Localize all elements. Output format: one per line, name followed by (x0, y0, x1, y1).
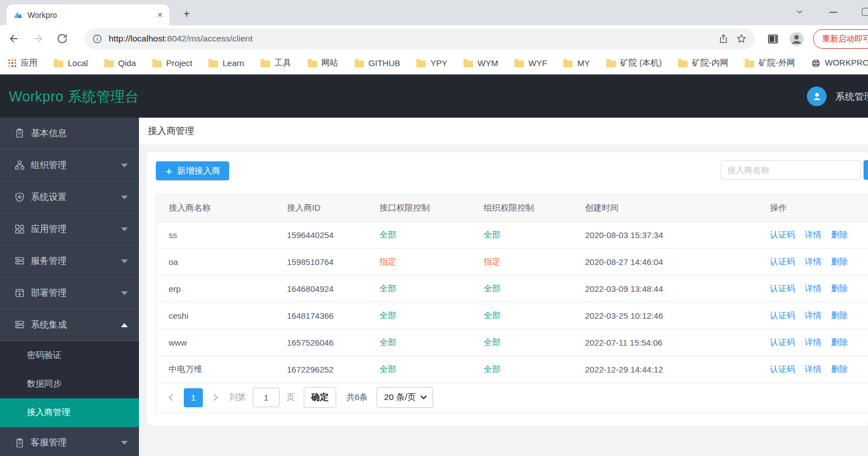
detail-link[interactable]: 详情 (805, 230, 821, 239)
cell-org-perm[interactable]: 全部 (471, 275, 573, 302)
auth-code-link[interactable]: 认证码 (770, 310, 795, 320)
detail-link[interactable]: 详情 (805, 283, 821, 293)
cell-name: ceshi (156, 302, 275, 329)
sidebar-item-app-mgmt[interactable]: 应用管理 (0, 213, 139, 245)
tab-close-icon[interactable]: × (157, 10, 163, 20)
bookmark-folder[interactable]: WYF (514, 58, 547, 68)
bookmark-folder[interactable]: Local (54, 58, 88, 68)
delete-link[interactable]: 删除 (831, 283, 848, 293)
bookmark-folder[interactable]: 矿院-内网 (678, 58, 728, 68)
org-chart-icon (15, 160, 25, 170)
detail-link[interactable]: 详情 (805, 310, 821, 320)
next-page-icon[interactable] (211, 394, 218, 401)
delete-link[interactable]: 删除 (831, 364, 848, 374)
new-tab-button[interactable]: + (179, 7, 194, 21)
bookmark-folder[interactable]: GITHUB (355, 58, 401, 68)
browser-window: Workpro × + http://localhost:8042/ms/acc… (0, 0, 868, 456)
cell-api-perm[interactable]: 全部 (367, 302, 471, 329)
sidebar-item-service-mgmt[interactable]: 服务管理 (0, 245, 139, 277)
relaunch-update-button[interactable]: 重新启动即可 (813, 29, 868, 49)
clipboard-icon (15, 128, 25, 138)
bookmark-folder[interactable]: MY (563, 58, 590, 68)
window-maximize-button[interactable] (862, 8, 868, 16)
side-panel-icon[interactable] (767, 33, 779, 45)
sidebar-subitem-data-sync[interactable]: 数据同步 (0, 370, 139, 398)
delete-link[interactable]: 删除 (831, 257, 848, 266)
sidebar-item-org-mgmt[interactable]: 组织管理 (0, 150, 139, 182)
page-title: 接入商管理 (139, 118, 868, 145)
app-grid-icon (15, 224, 25, 234)
detail-link[interactable]: 详情 (805, 337, 821, 347)
bookmark-folder[interactable]: 矿院-外网 (745, 58, 795, 68)
confirm-button[interactable]: 确定 (304, 387, 336, 408)
sidebar-item-customer-service[interactable]: 客服管理 (0, 427, 139, 456)
bookmark-folder[interactable]: YPY (416, 58, 447, 68)
auth-code-link[interactable]: 认证码 (770, 257, 795, 266)
cell-api-perm[interactable]: 全部 (367, 356, 471, 383)
cell-org-perm[interactable]: 全部 (471, 356, 573, 383)
table-row: www 1657526046 全部 全部 2022-07-11 15:54:06… (156, 329, 868, 356)
tab-search-chevron-icon[interactable] (795, 7, 805, 17)
bookmark-folder[interactable]: 工具 (261, 58, 291, 68)
cell-org-perm[interactable]: 全部 (471, 329, 573, 356)
window-minimize-button[interactable] (829, 12, 837, 13)
address-bar[interactable]: http://localhost:8042/ms/access/client (85, 29, 755, 49)
bookmark-folder[interactable]: WYM (463, 58, 498, 68)
sidebar-item-deploy-mgmt[interactable]: 部署管理 (0, 277, 139, 309)
browser-profile-avatar[interactable] (789, 31, 804, 46)
reload-button-icon[interactable] (56, 32, 68, 45)
search-input[interactable] (721, 160, 861, 180)
bookmark-folder[interactable]: Learn (208, 58, 244, 68)
workpro-favicon-icon (13, 11, 22, 20)
forward-button-icon[interactable] (32, 32, 44, 45)
sidebar-item-system-settings[interactable]: 系统设置 (0, 182, 139, 213)
page-size-select[interactable]: 20 条/页 (377, 387, 433, 408)
delete-link[interactable]: 删除 (831, 337, 848, 347)
cell-api-perm[interactable]: 全部 (367, 275, 471, 302)
auth-code-link[interactable]: 认证码 (770, 283, 795, 293)
server-icon (15, 320, 25, 330)
bookmark-folder[interactable]: Qida (104, 58, 136, 68)
cell-api-perm[interactable]: 全部 (367, 329, 471, 356)
bookmark-folder[interactable]: 网站 (308, 58, 338, 68)
cell-name: erp (156, 275, 275, 302)
sidebar-subitem-password-verify[interactable]: 密码验证 (0, 341, 139, 370)
auth-code-link[interactable]: 认证码 (770, 364, 795, 374)
browser-tab[interactable]: Workpro × (7, 4, 169, 25)
cell-api-perm[interactable]: 全部 (367, 221, 471, 248)
delete-link[interactable]: 删除 (831, 310, 848, 320)
shield-gear-icon (15, 192, 25, 202)
user-avatar-icon[interactable] (807, 86, 827, 106)
sidebar-subitem-access-provider-mgmt[interactable]: 接入商管理 (0, 398, 139, 427)
cell-created: 2022-07-11 15:54:06 (573, 329, 758, 356)
sidebar-item-system-integration[interactable]: 系统集成 (0, 309, 139, 341)
prev-page-icon[interactable] (169, 394, 176, 401)
site-info-icon[interactable] (92, 34, 102, 44)
cell-api-perm[interactable]: 指定 (367, 248, 471, 275)
goto-page-input[interactable] (253, 388, 280, 407)
bookmark-folder[interactable]: Project (152, 58, 193, 68)
bookmark-folder[interactable]: 矿院 (本机) (606, 58, 662, 68)
cell-id: 1596440254 (275, 221, 367, 248)
page-number-active[interactable]: 1 (184, 388, 203, 407)
url-text[interactable]: http://localhost:8042/ms/access/client (109, 34, 711, 44)
bookmark-workpro-download[interactable]: WORKPRO下载 (811, 58, 868, 68)
search-button[interactable] (864, 160, 868, 180)
back-button-icon[interactable] (8, 32, 20, 45)
user-menu[interactable]: 系统管理员 (807, 86, 868, 106)
detail-link[interactable]: 详情 (805, 364, 821, 374)
bookmark-apps[interactable]: 应用 (8, 58, 38, 68)
sidebar-item-basic-info[interactable]: 基本信息 (0, 118, 139, 150)
cell-org-perm[interactable]: 全部 (471, 221, 573, 248)
page-unit-label: 页 (286, 392, 295, 403)
auth-code-link[interactable]: 认证码 (770, 230, 795, 239)
clipboard-icon (15, 438, 25, 448)
cell-org-perm[interactable]: 全部 (471, 302, 573, 329)
share-icon[interactable] (718, 33, 729, 44)
detail-link[interactable]: 详情 (805, 257, 821, 266)
cell-org-perm[interactable]: 指定 (471, 248, 573, 275)
add-access-provider-button[interactable]: ＋ 新增接入商 (156, 161, 229, 180)
auth-code-link[interactable]: 认证码 (770, 337, 795, 347)
delete-link[interactable]: 删除 (831, 230, 848, 239)
bookmark-star-icon[interactable] (736, 33, 747, 44)
